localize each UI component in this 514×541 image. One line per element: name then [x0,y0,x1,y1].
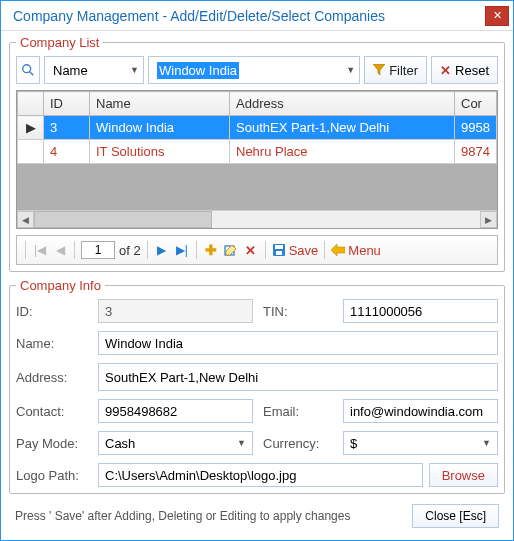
company-list-group: Company List Name ▼ Window India ▼ Filte… [9,35,505,272]
funnel-icon [373,64,385,76]
filter-button[interactable]: Filter [364,56,427,84]
window-close-button[interactable]: ✕ [485,6,509,26]
arrow-left-icon [331,244,345,256]
company-info-legend: Company Info [16,278,105,293]
footer: Press ' Save' after Adding, Deleting or … [9,500,505,528]
x-icon: ✕ [440,63,451,78]
nav-save-label: Save [289,243,319,258]
chevron-down-icon: ▼ [130,65,139,75]
grid-empty-area [17,164,497,210]
window-title: Company Management - Add/Edit/Delete/Sel… [13,8,485,24]
filter-value-combo[interactable]: Window India ▼ [148,56,360,84]
name-label: Name: [16,336,88,351]
grid-header-address[interactable]: Address [230,92,455,116]
currency-select[interactable]: $ ▼ [343,431,498,455]
cell-address: Nehru Place [230,140,455,164]
nav-first-icon[interactable]: |◀ [32,242,48,258]
filter-column-value: Name [53,63,88,78]
svg-rect-5 [276,251,282,255]
cell-id: 3 [44,116,90,140]
currency-label: Currency: [263,436,333,451]
company-info-group: Company Info ID: TIN: Name: Address: Con… [9,278,505,494]
row-indicator-icon: ▶ [18,116,44,140]
email-field[interactable] [343,399,498,423]
company-list-legend: Company List [16,35,103,50]
contact-label: Contact: [16,404,88,419]
id-label: ID: [16,304,88,319]
browse-button[interactable]: Browse [429,463,498,487]
logo-path-field[interactable] [98,463,423,487]
paymode-label: Pay Mode: [16,436,88,451]
contact-field[interactable] [98,399,253,423]
cell-address: SouthEX Part-1,New Delhi [230,116,455,140]
paymode-value: Cash [105,436,135,451]
titlebar: Company Management - Add/Edit/Delete/Sel… [1,1,513,31]
address-field[interactable] [98,363,498,391]
tin-field[interactable] [343,299,498,323]
filter-row: Name ▼ Window India ▼ Filter ✕ Reset [16,56,498,84]
cell-name: Window India [90,116,230,140]
scroll-left-icon[interactable]: ◀ [17,211,34,228]
nav-add-icon[interactable]: ✚ [203,242,219,258]
grid-header-contact[interactable]: Cor [455,92,497,116]
save-icon [272,243,286,257]
reset-button[interactable]: ✕ Reset [431,56,498,84]
filter-column-select[interactable]: Name ▼ [44,56,144,84]
address-label: Address: [16,370,88,385]
nav-menu-button[interactable]: Menu [331,243,381,258]
company-grid[interactable]: ID Name Address Cor ▶ 3 Window India Sou… [16,90,498,229]
nav-save-button[interactable]: Save [272,243,319,258]
tin-label: TIN: [263,304,333,319]
nav-last-icon[interactable]: ▶| [174,242,190,258]
name-field[interactable] [98,331,498,355]
logo-label: Logo Path: [16,468,88,483]
table-row[interactable]: 4 IT Solutions Nehru Place 9874 [18,140,497,164]
nav-of-label: of 2 [119,243,141,258]
grid-header-id[interactable]: ID [44,92,90,116]
grid-header-name[interactable]: Name [90,92,230,116]
nav-prev-icon[interactable]: ◀ [52,242,68,258]
id-field [98,299,253,323]
email-label: Email: [263,404,333,419]
scroll-thumb[interactable] [34,211,212,228]
chevron-down-icon: ▼ [346,65,355,75]
grid-table: ID Name Address Cor ▶ 3 Window India Sou… [17,91,497,164]
nav-delete-icon[interactable]: ✕ [243,242,259,258]
cell-contact: 9874 [455,140,497,164]
row-indicator-icon [18,140,44,164]
footer-hint: Press ' Save' after Adding, Deleting or … [15,509,350,523]
filter-button-label: Filter [389,63,418,78]
scroll-right-icon[interactable]: ▶ [480,211,497,228]
scroll-track[interactable] [34,211,480,228]
grid-header-row: ID Name Address Cor [18,92,497,116]
svg-point-0 [23,65,31,73]
nav-menu-label: Menu [348,243,381,258]
svg-rect-4 [275,245,283,249]
search-icon [16,56,40,84]
currency-value: $ [350,436,357,451]
close-button[interactable]: Close [Esc] [412,504,499,528]
grid-header-rowselector [18,92,44,116]
cell-id: 4 [44,140,90,164]
chevron-down-icon: ▼ [482,438,491,448]
table-row[interactable]: ▶ 3 Window India SouthEX Part-1,New Delh… [18,116,497,140]
close-icon: ✕ [493,10,502,21]
grid-horizontal-scrollbar[interactable]: ◀ ▶ [17,210,497,228]
svg-line-1 [30,72,34,76]
nav-edit-icon[interactable] [223,242,239,258]
nav-next-icon[interactable]: ▶ [154,242,170,258]
reset-button-label: Reset [455,63,489,78]
chevron-down-icon: ▼ [237,438,246,448]
paymode-select[interactable]: Cash ▼ [98,431,253,455]
filter-value-text: Window India [157,62,239,79]
grid-navigator: |◀ ◀ of 2 ▶ ▶| ✚ ✕ Save [16,235,498,265]
nav-page-input[interactable] [81,241,115,259]
cell-contact: 9958 [455,116,497,140]
cell-name: IT Solutions [90,140,230,164]
